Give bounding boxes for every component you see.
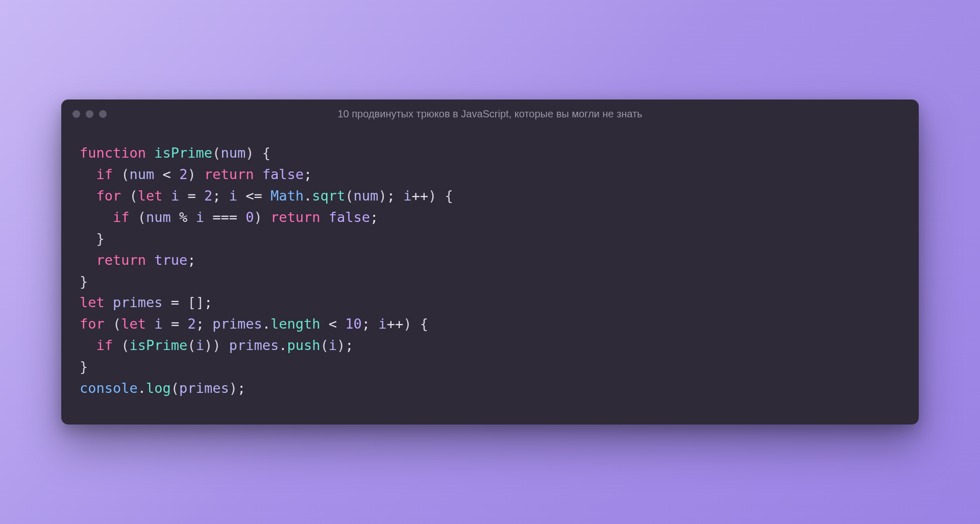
- code-token: (: [121, 166, 129, 182]
- code-token: ;: [304, 166, 312, 182]
- code-token: ;: [362, 316, 379, 332]
- code-token: ;: [387, 188, 404, 204]
- code-token: [254, 166, 262, 182]
- code-token: true: [154, 252, 187, 268]
- maximize-dot[interactable]: [99, 110, 107, 118]
- code-token: 2: [179, 166, 187, 182]
- code-token: if: [113, 209, 130, 225]
- code-token: i: [154, 316, 162, 332]
- code-token: <: [154, 166, 179, 182]
- code-token: (: [171, 380, 179, 396]
- code-token: .: [304, 188, 312, 204]
- code-token: [146, 252, 154, 268]
- code-token: %: [171, 209, 196, 225]
- code-token: ): [212, 337, 220, 353]
- code-token: for: [80, 316, 105, 332]
- code-token: =: [163, 316, 188, 332]
- code-token: [113, 337, 121, 353]
- code-token: ): [187, 166, 195, 182]
- code-token: [130, 209, 138, 225]
- code-token: primes: [179, 380, 229, 396]
- code-area[interactable]: function isPrime(num) { if (num < 2) ret…: [61, 128, 919, 424]
- code-token: num: [220, 145, 246, 161]
- close-dot[interactable]: [72, 110, 80, 118]
- editor-window: 10 продвинутых трюков в JavaScript, кото…: [61, 99, 919, 424]
- code-token: i: [196, 337, 204, 353]
- code-token: return: [96, 252, 146, 268]
- code-token: [80, 252, 96, 268]
- code-token: ): [254, 209, 262, 225]
- code-token: =: [179, 188, 204, 204]
- code-token: sqrt: [312, 188, 345, 204]
- code-token: [321, 209, 329, 225]
- code-token: [220, 337, 229, 353]
- code-token: push: [287, 337, 321, 353]
- code-token: i: [329, 337, 337, 353]
- code-token: i: [378, 316, 386, 332]
- minimize-dot[interactable]: [86, 110, 93, 118]
- code-token: }: [80, 273, 88, 289]
- code-token: [80, 209, 113, 225]
- code-token: [254, 145, 262, 161]
- code-token: .: [262, 316, 271, 332]
- traffic-lights: [72, 110, 107, 118]
- code-token: ++: [387, 316, 404, 332]
- code-token: let: [138, 188, 163, 204]
- code-token: i: [403, 188, 411, 204]
- code-token: {: [420, 316, 428, 332]
- code-token: ;: [237, 380, 246, 396]
- code-token: ]: [196, 294, 204, 310]
- code-token: }: [96, 231, 105, 246]
- code-token: isPrime: [130, 337, 188, 353]
- code-token: (: [121, 337, 129, 353]
- code-token: ;: [187, 252, 195, 268]
- code-token: [121, 188, 129, 204]
- code-token: length: [271, 316, 321, 332]
- code-token: ): [204, 337, 212, 353]
- code-block: function isPrime(num) { if (num < 2) ret…: [80, 142, 900, 398]
- code-token: [80, 337, 96, 353]
- code-token: num: [146, 209, 171, 225]
- code-token: 2: [187, 316, 195, 332]
- code-token: for: [96, 188, 121, 204]
- code-token: ;: [370, 209, 378, 225]
- code-token: [262, 209, 271, 225]
- code-token: ;: [196, 316, 213, 332]
- code-token: =: [163, 294, 188, 310]
- code-token: primes: [212, 316, 262, 332]
- code-token: log: [146, 380, 171, 396]
- code-token: ;: [204, 294, 212, 310]
- code-token: ;: [345, 337, 353, 353]
- code-token: <: [321, 316, 346, 332]
- code-token: (: [321, 337, 329, 353]
- window-titlebar: 10 продвинутых трюков в JavaScript, кото…: [61, 99, 919, 128]
- code-token: primes: [229, 337, 279, 353]
- code-token: [80, 231, 96, 246]
- code-token: Math: [271, 188, 304, 204]
- code-token: return: [271, 209, 321, 225]
- code-token: let: [121, 316, 146, 332]
- code-token: [411, 316, 420, 332]
- code-token: false: [262, 166, 304, 182]
- code-token: (: [113, 316, 121, 332]
- code-token: i: [196, 209, 204, 225]
- code-token: primes: [113, 294, 163, 310]
- code-token: (: [130, 188, 138, 204]
- code-token: [196, 166, 204, 182]
- code-token: console: [80, 380, 138, 396]
- code-token: (: [138, 209, 146, 225]
- code-token: [80, 188, 96, 204]
- code-token: {: [262, 145, 271, 161]
- window-title: 10 продвинутых трюков в JavaScript, кото…: [61, 108, 919, 120]
- code-token: .: [138, 380, 146, 396]
- code-token: let: [80, 294, 105, 310]
- code-token: ): [428, 188, 436, 204]
- code-token: false: [329, 209, 370, 225]
- code-token: [146, 316, 154, 332]
- code-token: isPrime: [154, 145, 212, 161]
- code-token: (: [187, 337, 195, 353]
- code-token: ;: [212, 188, 229, 204]
- code-token: [146, 145, 154, 161]
- code-token: [105, 294, 113, 310]
- code-token: <=: [237, 188, 271, 204]
